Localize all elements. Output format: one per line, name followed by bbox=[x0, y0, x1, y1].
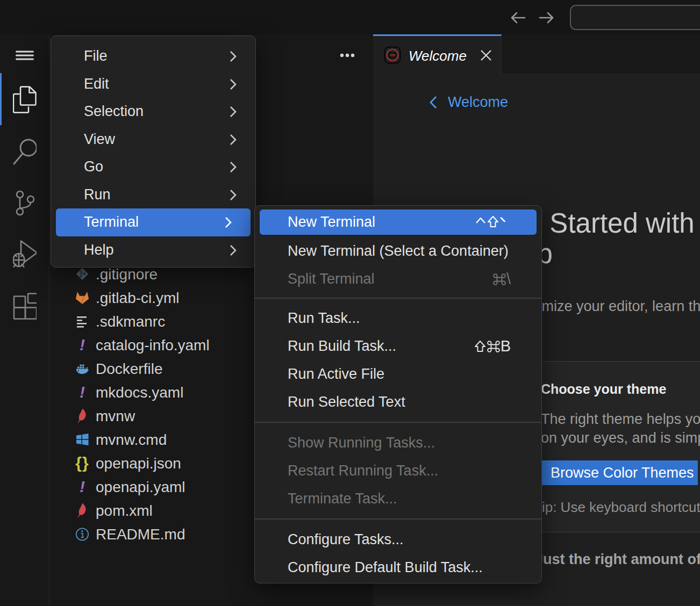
svg-text:</>: </> bbox=[390, 53, 395, 57]
